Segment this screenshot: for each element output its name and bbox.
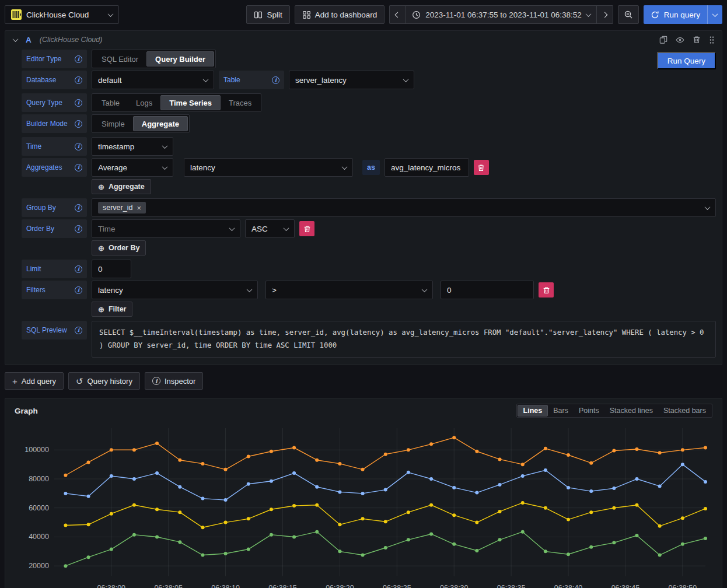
trash-icon bbox=[477, 164, 485, 172]
group-by-tag: server_id× bbox=[98, 202, 146, 214]
inspector-button[interactable]: Inspector bbox=[145, 372, 203, 390]
aggregate-column-select[interactable]: latency bbox=[184, 158, 353, 177]
time-range-back-button[interactable] bbox=[389, 5, 406, 24]
filter-operator-select[interactable]: > bbox=[265, 281, 433, 299]
hide-response-button[interactable] bbox=[676, 36, 684, 44]
eye-icon bbox=[676, 36, 684, 44]
order-by-direction-select[interactable]: ASC bbox=[245, 219, 295, 238]
database-select[interactable]: default bbox=[92, 71, 214, 89]
query-ref-id[interactable]: A bbox=[26, 36, 32, 44]
query-type-toggle: Table Logs Time Series Traces bbox=[92, 93, 261, 112]
info-icon[interactable] bbox=[75, 327, 82, 334]
sync-icon bbox=[651, 10, 659, 19]
run-query-label: Run query bbox=[664, 10, 700, 19]
add-aggregate-button[interactable]: ⊕Aggregate bbox=[92, 179, 151, 194]
run-query-dropdown[interactable] bbox=[707, 5, 722, 24]
time-label: Time bbox=[22, 137, 87, 156]
info-icon[interactable] bbox=[75, 143, 82, 150]
explore-toolbar: +Add query ↺Query history Inspector bbox=[5, 372, 722, 390]
graph-style-stacked-lines[interactable]: Stacked lines bbox=[604, 405, 658, 416]
latency-chart[interactable]: 2000040000600008000010000006:38:0006:38:… bbox=[10, 424, 712, 588]
remove-tag-icon[interactable]: × bbox=[137, 204, 141, 212]
editor-type-query-builder[interactable]: Query Builder bbox=[146, 51, 214, 66]
info-icon[interactable] bbox=[75, 265, 82, 273]
add-to-dashboard-label: Add to dashboard bbox=[315, 10, 378, 19]
chevron-down-icon bbox=[712, 11, 718, 17]
chevron-down-icon bbox=[229, 225, 235, 231]
info-icon[interactable] bbox=[75, 286, 82, 294]
info-icon[interactable] bbox=[75, 76, 82, 84]
svg-text:40000: 40000 bbox=[29, 533, 49, 541]
time-range-picker: 2023-11-01 06:37:55 to 2023-11-01 06:38:… bbox=[389, 5, 613, 24]
info-icon[interactable] bbox=[75, 55, 82, 63]
collapse-chevron-icon[interactable] bbox=[13, 36, 19, 42]
chevron-down-icon bbox=[705, 204, 711, 210]
add-order-by-button[interactable]: ⊕Order By bbox=[92, 240, 146, 256]
builder-mode-simple[interactable]: Simple bbox=[93, 116, 133, 131]
editor-type-sql-editor[interactable]: SQL Editor bbox=[93, 51, 146, 66]
order-by-field-select[interactable]: Time bbox=[92, 219, 240, 238]
remove-filter-button[interactable] bbox=[539, 282, 554, 298]
limit-input[interactable] bbox=[92, 260, 131, 278]
remove-order-by-button[interactable] bbox=[299, 221, 314, 236]
info-icon[interactable] bbox=[75, 204, 82, 212]
run-query-button[interactable]: Run query bbox=[644, 5, 707, 24]
info-icon[interactable] bbox=[272, 76, 279, 84]
info-icon[interactable] bbox=[75, 99, 82, 107]
add-to-dashboard-button[interactable]: Add to dashboard bbox=[295, 5, 385, 24]
graph-style-points[interactable]: Points bbox=[574, 405, 604, 416]
info-icon[interactable] bbox=[75, 225, 82, 233]
sql-preview-label: SQL Preview bbox=[22, 321, 87, 340]
info-icon[interactable] bbox=[75, 164, 82, 172]
limit-label: Limit bbox=[22, 260, 87, 278]
split-button[interactable]: Split bbox=[246, 5, 289, 24]
group-by-select[interactable]: server_id× bbox=[92, 198, 716, 217]
chevron-down-icon bbox=[422, 286, 428, 292]
chevron-right-icon bbox=[602, 12, 607, 18]
query-editor-panel: A (ClickHouse Cloud) Run Query Editor Ty… bbox=[5, 30, 722, 365]
aggregate-function-select[interactable]: Average bbox=[92, 158, 173, 177]
builder-mode-toggle: Simple Aggregate bbox=[92, 114, 190, 133]
graph-style-lines[interactable]: Lines bbox=[518, 405, 548, 416]
time-range-forward-button[interactable] bbox=[597, 5, 613, 24]
remove-aggregate-button[interactable] bbox=[474, 160, 489, 175]
query-type-traces[interactable]: Traces bbox=[221, 95, 260, 110]
builder-mode-aggregate[interactable]: Aggregate bbox=[133, 116, 188, 131]
remove-query-button[interactable] bbox=[693, 36, 701, 44]
time-column-select[interactable]: timestamp bbox=[92, 137, 173, 156]
query-datasource-hint: (ClickHouse Cloud) bbox=[40, 36, 103, 44]
aggregate-alias-input[interactable] bbox=[385, 158, 469, 177]
add-query-button[interactable]: +Add query bbox=[5, 372, 64, 390]
run-query-split-button: Run query bbox=[644, 5, 722, 24]
drag-handle[interactable] bbox=[709, 36, 715, 44]
time-range-button[interactable]: 2023-11-01 06:37:55 to 2023-11-01 06:38:… bbox=[406, 5, 596, 24]
editor-run-query-button[interactable]: Run Query bbox=[657, 52, 716, 69]
svg-text:06:38:50: 06:38:50 bbox=[669, 584, 697, 588]
query-type-time-series[interactable]: Time Series bbox=[160, 95, 221, 110]
zoom-out-icon bbox=[624, 10, 633, 19]
datasource-picker[interactable]: ClickHouse Cloud bbox=[5, 5, 119, 24]
zoom-out-button[interactable] bbox=[618, 5, 639, 24]
chevron-down-icon bbox=[162, 143, 168, 149]
trash-icon bbox=[543, 286, 550, 294]
add-filter-button[interactable]: ⊕Filter bbox=[92, 302, 132, 317]
filter-value-input[interactable] bbox=[441, 281, 534, 299]
query-history-button[interactable]: ↺Query history bbox=[68, 372, 140, 390]
graph-style-toggle: Lines Bars Points Stacked lines Stacked … bbox=[516, 404, 712, 418]
query-type-logs[interactable]: Logs bbox=[128, 95, 160, 110]
filter-field-select[interactable]: latency bbox=[92, 281, 258, 299]
duplicate-query-button[interactable] bbox=[659, 36, 667, 44]
graph-style-stacked-bars[interactable]: Stacked bars bbox=[658, 405, 711, 416]
table-select[interactable]: server_latency bbox=[289, 71, 414, 89]
graph-panel: Graph Lines Bars Points Stacked lines St… bbox=[5, 398, 722, 588]
circle-plus-icon: ⊕ bbox=[98, 305, 104, 314]
chevron-down-icon bbox=[403, 76, 409, 82]
topbar: ClickHouse Cloud Split Add to dashboard … bbox=[5, 4, 722, 25]
svg-text:06:38:40: 06:38:40 bbox=[554, 584, 583, 588]
svg-text:06:38:20: 06:38:20 bbox=[326, 584, 354, 588]
info-icon[interactable] bbox=[75, 120, 82, 128]
query-type-table[interactable]: Table bbox=[93, 95, 128, 110]
builder-mode-label: Builder Mode bbox=[22, 114, 87, 133]
svg-text:20000: 20000 bbox=[29, 562, 49, 570]
graph-style-bars[interactable]: Bars bbox=[548, 405, 574, 416]
